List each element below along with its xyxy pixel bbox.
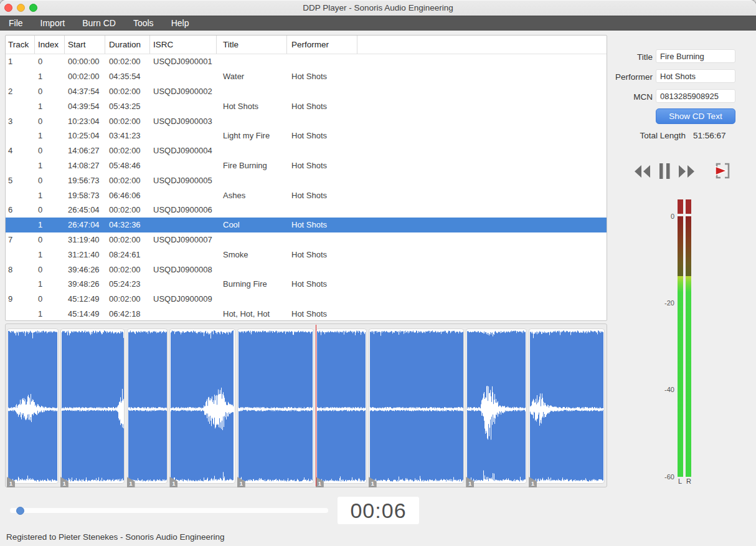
menu-item-tools[interactable]: Tools — [125, 17, 163, 29]
table-row[interactable]: 4014:06:2700:02:00USQDJ0900004 — [6, 143, 607, 158]
cell-start: 45:14:49 — [65, 307, 105, 321]
play-to-marker-icon — [711, 173, 731, 183]
waveform-track-segment[interactable]: 1 — [237, 328, 314, 484]
table-row[interactable]: 110:25:0403:41:23Light my FireHot Shots — [6, 128, 607, 143]
table-row[interactable]: 104:39:5405:43:25Hot ShotsHot Shots — [6, 98, 607, 113]
column-header-duration[interactable]: Duration — [105, 36, 150, 54]
waveform-canvas — [128, 329, 168, 483]
waveform-track-segment[interactable]: 1 — [7, 328, 59, 484]
column-header-title[interactable]: Title — [217, 36, 287, 54]
table-row[interactable]: 7031:19:4000:02:00USQDJ0900007 — [6, 232, 607, 247]
column-header-performer[interactable]: Performer — [287, 36, 357, 54]
table-row[interactable]: 126:47:0404:32:36CoolHot Shots — [6, 218, 607, 232]
cell-performer: Hot Shots — [287, 277, 357, 292]
cell-index: 0 — [35, 143, 65, 158]
cell-track — [6, 158, 35, 173]
waveform-track-segment[interactable]: 1 — [369, 328, 465, 484]
menu-bar: FileImportBurn CDToolsHelp — [0, 16, 756, 31]
cell-duration: 00:02:00 — [105, 173, 150, 188]
table-row[interactable]: 119:58:7306:46:06AshesHot Shots — [6, 188, 607, 203]
column-header-track[interactable]: Track — [6, 36, 35, 54]
table-row[interactable]: 2004:37:5400:02:00USQDJ0900002 — [6, 84, 607, 99]
table-row[interactable]: 5019:56:7300:02:00USQDJ0900005 — [6, 173, 607, 188]
menu-item-file[interactable]: File — [0, 17, 32, 29]
waveform-track-segment[interactable]: 1 — [316, 328, 367, 484]
table-row[interactable]: 100:02:0004:35:54WaterHot Shots — [6, 69, 607, 84]
pause-button[interactable] — [659, 163, 671, 181]
column-header-index[interactable]: Index — [35, 36, 65, 54]
waveform-canvas — [61, 329, 125, 483]
cell-performer — [287, 232, 357, 247]
time-display: 00:06 — [338, 497, 419, 524]
cell-track: 9 — [6, 292, 35, 307]
track-table: TrackIndexStartDurationISRCTitlePerforme… — [5, 35, 607, 321]
column-header-start[interactable]: Start — [65, 36, 105, 54]
cell-start: 45:12:49 — [65, 292, 105, 307]
table-row[interactable]: 8039:46:2600:02:00USQDJ0900008 — [6, 262, 607, 277]
waveform-track-segment[interactable]: 1 — [60, 328, 125, 484]
cell-index: 0 — [35, 203, 65, 218]
mcn-field[interactable] — [656, 89, 735, 103]
rewind-button[interactable] — [633, 163, 651, 181]
table-row[interactable]: 1000:00:0000:02:00USQDJ0900001 — [6, 54, 607, 69]
play-to-marker-button[interactable] — [711, 161, 731, 183]
cell-duration: 06:42:18 — [105, 307, 150, 321]
table-row[interactable]: 3010:23:0400:02:00USQDJ0900003 — [6, 113, 607, 128]
seek-slider-thumb[interactable] — [16, 507, 24, 515]
waveform-canvas — [7, 329, 58, 483]
meter-channel-label-right: R — [686, 477, 691, 485]
fast-forward-icon — [678, 172, 696, 181]
table-row[interactable]: 6026:45:0400:02:00USQDJ0900006 — [6, 203, 607, 218]
waveform-track-segment[interactable]: 1 — [127, 328, 168, 484]
cell-isrc — [150, 98, 217, 113]
cell-title: Cool — [217, 218, 287, 232]
show-cd-text-button[interactable]: Show CD Text — [656, 108, 735, 124]
table-row[interactable]: 139:48:2605:24:23Burning FireHot Shots — [6, 277, 607, 292]
menu-item-import[interactable]: Import — [32, 17, 74, 29]
cell-track — [6, 307, 35, 321]
cell-index: 1 — [35, 69, 65, 84]
performer-field[interactable] — [656, 69, 735, 83]
cell-title — [217, 232, 287, 247]
cell-start: 19:58:73 — [65, 188, 105, 203]
cell-performer: Hot Shots — [287, 128, 357, 143]
cell-index: 1 — [35, 218, 65, 232]
seek-slider-track[interactable] — [10, 508, 328, 513]
cell-isrc — [150, 128, 217, 143]
cell-duration: 08:24:61 — [105, 247, 150, 262]
cell-performer — [287, 113, 357, 128]
cell-index: 0 — [35, 232, 65, 247]
cell-isrc: USQDJ0900009 — [150, 292, 217, 307]
fast-forward-button[interactable] — [678, 163, 696, 181]
cell-isrc: USQDJ0900002 — [150, 84, 217, 99]
table-row[interactable]: 145:14:4906:42:18Hot, Hot, HotHot Shots — [6, 307, 607, 321]
table-row[interactable]: 131:21:4008:24:61SmokeHot Shots — [6, 247, 607, 262]
window-title: DDP Player - Sonoris Audio Engineering — [0, 3, 756, 12]
performer-field-label: Performer — [604, 72, 653, 82]
cell-title: Hot Shots — [217, 98, 287, 113]
column-header-isrc[interactable]: ISRC — [150, 36, 217, 54]
cell-start: 10:23:04 — [65, 113, 105, 128]
cell-start: 00:02:00 — [65, 69, 105, 84]
cell-index: 0 — [35, 173, 65, 188]
table-row[interactable]: 114:08:2705:48:46Fire BurningHot Shots — [6, 158, 607, 173]
title-field[interactable] — [656, 49, 735, 63]
menu-item-help[interactable]: Help — [163, 17, 198, 29]
waveform-track-segment[interactable]: 1 — [169, 328, 235, 484]
cell-isrc — [150, 158, 217, 173]
waveform-track-segment[interactable]: 1 — [466, 328, 527, 484]
cell-isrc — [150, 188, 217, 203]
table-body: 1000:00:0000:02:00USQDJ0900001100:02:000… — [6, 54, 607, 321]
waveform-panel[interactable]: 111111111 — [5, 323, 607, 487]
menu-item-burn-cd[interactable]: Burn CD — [73, 17, 125, 29]
title-bar: DDP Player - Sonoris Audio Engineering — [0, 0, 756, 16]
cell-isrc: USQDJ0900005 — [150, 173, 217, 188]
waveform-track-segment[interactable]: 1 — [529, 328, 605, 484]
cell-index: 0 — [35, 262, 65, 277]
cell-title — [217, 113, 287, 128]
waveform-canvas — [369, 329, 464, 483]
table-row[interactable]: 9045:12:4900:02:00USQDJ0900009 — [6, 292, 607, 307]
clip-indicator-right — [686, 199, 691, 214]
cell-duration: 00:02:00 — [105, 84, 150, 99]
registration-status-text: Registered to Pieter Stenekes - Sonoris … — [6, 532, 224, 542]
